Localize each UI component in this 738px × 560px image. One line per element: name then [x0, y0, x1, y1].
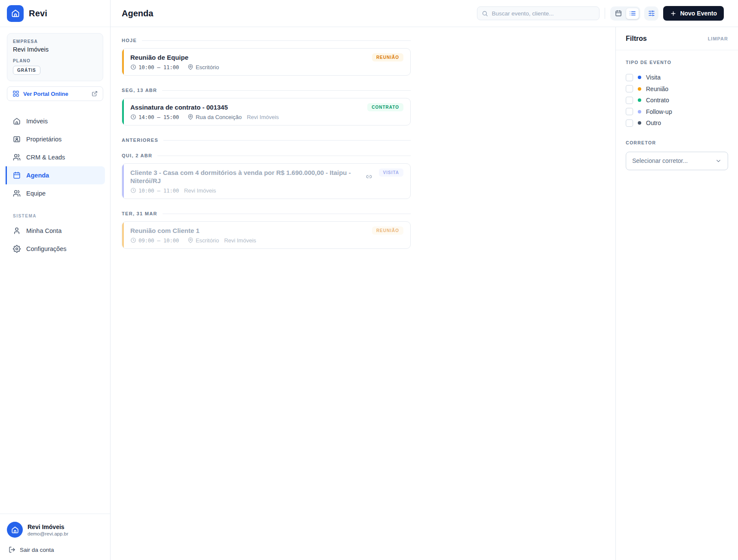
corretor-section-label: CORRETOR — [626, 140, 728, 145]
filter-option-follow-up[interactable]: Follow-up — [626, 106, 728, 118]
event-location: Escritório — [196, 237, 219, 244]
corretor-select-placeholder: Selecionar corretor... — [632, 157, 688, 164]
gear-icon — [13, 245, 21, 253]
footer-user-email: demo@revi.app.br — [28, 531, 68, 536]
filter-option-visita[interactable]: Visita — [626, 72, 728, 83]
section-header-qui-2-abr: QUI, 2 ABR — [122, 153, 411, 158]
event-card-reuniao-cliente-1[interactable]: Reunião com Cliente 1 09:00 – 10:00 Escr… — [122, 221, 411, 249]
event-company: Revi Imóveis — [224, 237, 256, 244]
clock-icon — [130, 237, 136, 243]
type-label: Follow-up — [646, 108, 672, 115]
company-label: EMPRESA — [13, 39, 97, 44]
clear-filters-button[interactable]: LIMPAR — [708, 36, 728, 41]
section-label: ANTERIORES — [122, 138, 158, 143]
event-card-cliente-3-visita[interactable]: Cliente 3 - Casa com 4 dormitórios à ven… — [122, 163, 411, 199]
company-name: Revi Imóveis — [13, 46, 97, 53]
link-icon[interactable] — [366, 174, 372, 180]
new-event-label: Novo Evento — [680, 10, 717, 17]
filter-panel-header: Filtros LIMPAR — [616, 27, 738, 50]
event-company: Revi Imóveis — [247, 114, 279, 120]
event-meta: 10:00 – 11:00 Revi Imóveis — [130, 187, 372, 194]
company-card: EMPRESA Revi Imóveis PLANO GRÁTIS — [7, 33, 103, 81]
sidebar-item-label: CRM & Leads — [26, 154, 65, 161]
sliders-icon — [648, 10, 655, 17]
sidebar-item-label: Equipe — [26, 190, 46, 197]
new-event-button[interactable]: Novo Evento — [663, 6, 724, 21]
sidebar-item-imoveis[interactable]: Imóveis — [6, 112, 105, 130]
filter-option-reuniao[interactable]: Reunião — [626, 83, 728, 95]
clock-icon — [130, 114, 136, 120]
sidebar-item-label: Minha Conta — [26, 227, 62, 234]
clock-icon — [130, 64, 136, 70]
type-label: Contrato — [646, 97, 669, 104]
sidebar-item-equipe[interactable]: Equipe — [6, 184, 105, 202]
section-label: TER, 31 MAR — [122, 211, 157, 216]
section-rule — [163, 214, 411, 214]
filter-option-contrato[interactable]: Contrato — [626, 95, 728, 106]
event-title: Cliente 3 - Casa com 4 dormitórios à ven… — [130, 168, 372, 185]
view-toggle-group — [610, 6, 640, 21]
event-location: Escritório — [196, 64, 219, 70]
checkbox-contrato[interactable] — [626, 97, 633, 104]
calendar-icon — [615, 10, 622, 17]
event-type-list: Visita Reunião Contrato Follow-up Outro — [626, 72, 728, 129]
section-rule — [157, 156, 411, 156]
checkbox-outro[interactable] — [626, 119, 633, 127]
calendar-icon — [13, 171, 21, 179]
header-divider — [605, 8, 605, 19]
sidebar-item-label: Agenda — [26, 172, 49, 179]
home-icon — [13, 117, 21, 125]
plan-label: PLANO — [13, 58, 97, 63]
search-input[interactable] — [492, 10, 595, 17]
portal-online-button[interactable]: Ver Portal Online — [7, 86, 103, 101]
event-time: 10:00 – 11:00 — [138, 64, 179, 70]
list-view-button[interactable] — [626, 8, 639, 19]
section-label: QUI, 2 ABR — [122, 153, 152, 158]
sidebar-nav: Imóveis Proprietários CRM & Leads Agenda… — [0, 112, 110, 258]
users-icon — [13, 190, 21, 197]
type-dot-outro — [638, 121, 641, 125]
app-logo[interactable] — [7, 5, 24, 22]
logout-icon — [9, 546, 15, 553]
event-title: Assinatura de contrato - 001345 — [130, 103, 360, 111]
section-rule — [162, 90, 411, 91]
event-card-assinatura-contrato[interactable]: Assinatura de contrato - 001345 14:00 – … — [122, 98, 411, 125]
sidebar-item-proprietarios[interactable]: Proprietários — [6, 130, 105, 148]
search-box — [477, 6, 600, 20]
sidebar-item-minha-conta[interactable]: Minha Conta — [6, 222, 105, 240]
sidebar-footer: Revi Imóveis demo@revi.app.br Sair da co… — [0, 514, 110, 560]
filters-toggle-button[interactable] — [644, 6, 658, 21]
chevron-down-icon — [715, 158, 722, 164]
type-dot-visita — [638, 76, 641, 79]
event-title: Reunião com Cliente 1 — [130, 226, 365, 235]
checkbox-visita[interactable] — [626, 74, 633, 81]
filter-option-outro[interactable]: Outro — [626, 117, 728, 129]
checkbox-reuniao[interactable] — [626, 85, 633, 92]
calendar-view-button[interactable] — [612, 8, 625, 19]
event-type-badge: REUNIÃO — [372, 53, 403, 61]
list-icon — [629, 10, 636, 17]
map-pin-icon — [188, 64, 194, 70]
section-rule — [142, 40, 411, 41]
event-accent-bar — [122, 164, 124, 199]
sidebar-item-configuracoes[interactable]: Configurações — [6, 240, 105, 258]
type-label: Outro — [646, 119, 661, 126]
event-type-section-label: TIPO DE EVENTO — [626, 60, 728, 65]
sidebar: Revi EMPRESA Revi Imóveis PLANO GRÁTIS V… — [0, 0, 111, 560]
search-icon — [482, 10, 488, 17]
page-title: Agenda — [122, 9, 153, 18]
event-location: Rua da Conceição — [196, 114, 242, 120]
clock-icon — [130, 187, 136, 193]
map-pin-icon — [188, 237, 194, 243]
corretor-select[interactable]: Selecionar corretor... — [626, 152, 728, 170]
sidebar-item-agenda[interactable]: Agenda — [6, 166, 105, 184]
sidebar-section-sistema: SISTEMA — [13, 214, 110, 218]
sidebar-item-crm-leads[interactable]: CRM & Leads — [6, 148, 105, 166]
event-card-reuniao-de-equipe[interactable]: Reunião de Equipe 10:00 – 11:00 Escritór… — [122, 48, 411, 76]
checkbox-follow-up[interactable] — [626, 108, 633, 115]
sidebar-item-label: Proprietários — [26, 136, 62, 143]
home-icon — [11, 9, 20, 18]
logout-button[interactable]: Sair da conta — [7, 546, 103, 553]
type-label: Reunião — [646, 86, 668, 92]
filter-panel: Filtros LIMPAR TIPO DE EVENTO Visita Reu… — [615, 27, 738, 560]
